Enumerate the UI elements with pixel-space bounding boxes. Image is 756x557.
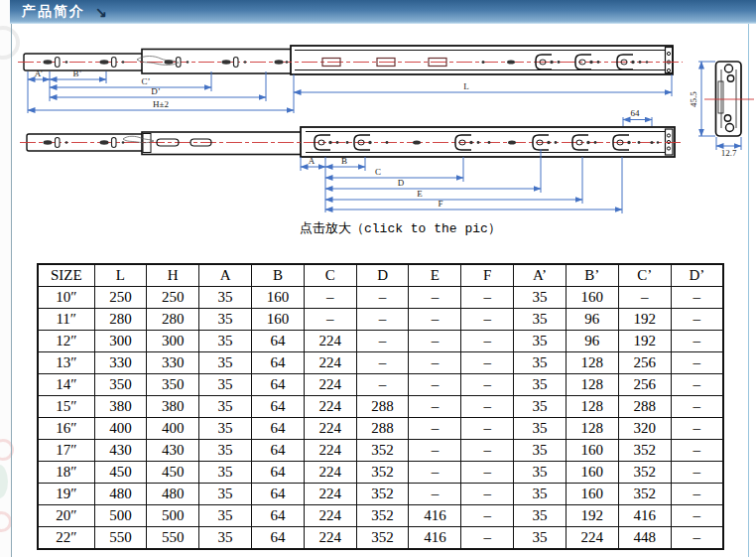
table-cell: 64 <box>251 374 304 396</box>
drawing-caption[interactable]: 点击放大（click to the pic） <box>300 219 501 237</box>
table-cell: – <box>409 484 461 505</box>
table-cell: 35 <box>199 440 252 462</box>
closed-slide-drawing: 64 A B C D <box>20 108 683 214</box>
table-cell: – <box>618 287 671 309</box>
table-cell: 13″ <box>38 352 94 374</box>
table-cell: 35 <box>199 418 252 440</box>
table-cell: 224 <box>304 527 356 550</box>
table-cell: 35 <box>514 418 567 440</box>
table-cell: 224 <box>304 374 356 396</box>
table-cell: – <box>304 287 356 309</box>
table-cell: 416 <box>618 505 671 527</box>
column-header: A’ <box>514 264 567 287</box>
dimension-label: 45.5 <box>689 91 698 107</box>
table-cell: 35 <box>514 374 567 396</box>
table-cell: 416 <box>409 505 461 527</box>
table-row: 10″25025035160––––35160–– <box>38 287 723 309</box>
page: 产品简介 ↘ <box>0 0 756 557</box>
table-cell: – <box>671 462 723 484</box>
table-cell: 16″ <box>38 418 94 440</box>
table-cell: 35 <box>514 527 567 550</box>
dimension-label: H±2 <box>153 99 169 109</box>
table-cell: 64 <box>251 331 304 352</box>
table-cell: – <box>409 440 461 462</box>
column-header: B’ <box>566 264 618 287</box>
table-cell: 350 <box>94 374 147 396</box>
table-cell: 35 <box>514 440 567 462</box>
table-cell: 35 <box>199 374 252 396</box>
table-cell: 64 <box>251 418 304 440</box>
dimension-label: F <box>438 199 442 209</box>
table-cell: 480 <box>94 484 147 505</box>
dimension-label: A <box>309 156 315 166</box>
table-cell: 96 <box>566 309 618 331</box>
table-cell: 64 <box>251 462 304 484</box>
table-cell: 35 <box>514 396 567 418</box>
table-header-row: SIZELHABCDEFA’B’C’D’ <box>38 264 723 287</box>
table-cell: 224 <box>304 440 356 462</box>
product-drawing[interactable]: A’ B’ C’ D’ H±2 L <box>0 24 756 214</box>
table-cell: 330 <box>94 352 147 374</box>
size-table: SIZELHABCDEFA’B’C’D’ 10″25025035160––––3… <box>37 263 724 550</box>
table-cell: 352 <box>618 462 671 484</box>
table-cell: 550 <box>147 527 199 550</box>
table-cell: – <box>409 331 461 352</box>
table-cell: – <box>671 527 723 550</box>
section-title: 产品简介 <box>22 0 85 23</box>
table-cell: – <box>671 440 723 462</box>
table-cell: 224 <box>304 396 356 418</box>
column-header: D <box>356 264 409 287</box>
table-cell: 300 <box>94 331 147 352</box>
column-header: C <box>304 264 356 287</box>
table-cell: 450 <box>147 462 199 484</box>
table-cell: – <box>409 462 461 484</box>
table-cell: 450 <box>94 462 147 484</box>
section-header-bar: 产品简介 ↘ <box>10 0 756 24</box>
column-header: D’ <box>671 264 723 287</box>
table-cell: – <box>461 374 514 396</box>
table-cell: 35 <box>199 484 252 505</box>
dimension-label: D <box>398 178 405 188</box>
table-cell: – <box>461 309 514 331</box>
column-header: C’ <box>618 264 671 287</box>
table-cell: 20″ <box>38 505 94 527</box>
table-cell: 35 <box>514 484 567 505</box>
table-cell: 224 <box>566 527 618 550</box>
table-cell: 35 <box>514 352 567 374</box>
table-row: 11″28028035160––––3596192– <box>38 309 723 331</box>
table-cell: – <box>461 484 514 505</box>
table-cell: 288 <box>356 396 409 418</box>
table-row: 19″4804803564224352––35160352– <box>38 484 723 505</box>
table-cell: – <box>461 352 514 374</box>
table-cell: 256 <box>618 374 671 396</box>
table-cell: – <box>671 352 723 374</box>
table-cell: 128 <box>566 418 618 440</box>
table-cell: – <box>461 396 514 418</box>
table-cell: 352 <box>356 462 409 484</box>
table-cell: 11″ <box>38 309 94 331</box>
table-cell: 352 <box>356 505 409 527</box>
table-cell: 160 <box>566 484 618 505</box>
dimension-label: D’ <box>151 86 161 96</box>
table-cell: 35 <box>199 309 252 331</box>
table-row: 20″5005003564224352416–35192416– <box>38 505 723 527</box>
table-cell: 400 <box>147 418 199 440</box>
table-cell: 192 <box>618 309 671 331</box>
cross-section-drawing: 45.5 12.7 <box>689 62 755 158</box>
table-row: 12″3003003564224–––3596192– <box>38 331 723 352</box>
table-cell: 160 <box>566 440 618 462</box>
table-cell: – <box>409 396 461 418</box>
table-cell: 35 <box>514 287 567 309</box>
table-cell: 352 <box>356 484 409 505</box>
table-cell: 352 <box>356 527 409 550</box>
table-cell: 500 <box>147 505 199 527</box>
table-cell: – <box>461 462 514 484</box>
table-cell: 35 <box>199 396 252 418</box>
table-row: 16″4004003564224288––35128320– <box>38 418 723 440</box>
table-cell: 17″ <box>38 440 94 462</box>
table-cell: 160 <box>566 462 618 484</box>
table-cell: 35 <box>514 462 567 484</box>
table-cell: 35 <box>199 462 252 484</box>
column-header: F <box>461 264 514 287</box>
table-cell: – <box>356 287 409 309</box>
